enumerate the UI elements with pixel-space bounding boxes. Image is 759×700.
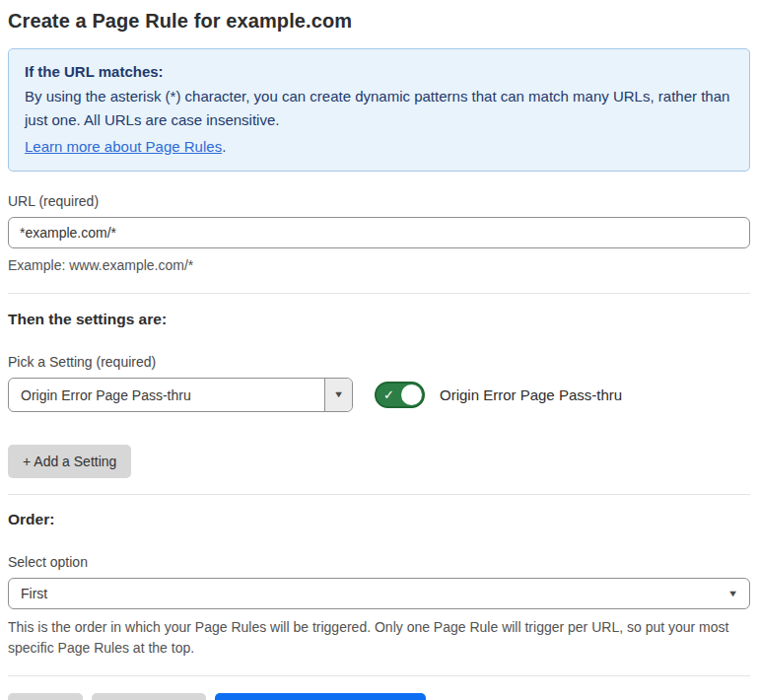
divider — [8, 494, 750, 495]
url-match-info-box: If the URL matches: By using the asteris… — [8, 48, 750, 172]
actions-row: Cancel Save as Draft Save and Deploy Pag… — [8, 693, 750, 700]
pick-setting-label: Pick a Setting (required) — [8, 354, 750, 370]
create-page-rule-form: Create a Page Rule for example.com If th… — [0, 0, 759, 700]
chevron-down-icon: ▼ — [727, 590, 738, 598]
order-select[interactable]: First ▼ — [8, 578, 750, 609]
toggle-knob — [401, 385, 422, 405]
setting-select-arrow-button[interactable]: ▼ — [324, 379, 352, 411]
divider — [8, 675, 750, 676]
check-icon: ✓ — [383, 388, 394, 401]
order-section-heading: Order: — [8, 511, 750, 528]
url-field-label: URL (required) — [8, 193, 750, 209]
order-select-label: Select option — [8, 554, 750, 570]
cancel-button[interactable]: Cancel — [8, 693, 83, 700]
save-draft-button[interactable]: Save as Draft — [92, 693, 207, 700]
url-input[interactable] — [8, 217, 750, 248]
save-deploy-button[interactable]: Save and Deploy Page Rule — [215, 693, 426, 700]
setting-select[interactable]: Origin Error Page Pass-thru ▼ — [8, 378, 353, 412]
setting-toggle-label: Origin Error Page Pass-thru — [440, 386, 622, 403]
order-helper-text: This is the order in which your Page Rul… — [8, 617, 747, 659]
settings-section-heading: Then the settings are: — [8, 311, 750, 328]
setting-enabled-toggle[interactable]: ✓ — [375, 382, 425, 408]
info-box-body: By using the asterisk (*) character, you… — [25, 85, 733, 131]
chevron-down-icon: ▼ — [333, 390, 344, 399]
add-setting-button[interactable]: + Add a Setting — [8, 445, 131, 478]
order-select-value: First — [9, 586, 59, 601]
setting-select-value: Origin Error Page Pass-thru — [9, 387, 203, 403]
info-box-heading: If the URL matches: — [25, 60, 733, 83]
learn-more-link[interactable]: Learn more about Page Rules — [25, 138, 222, 155]
link-suffix: . — [222, 138, 226, 155]
url-field: URL (required) Example: www.example.com/… — [8, 193, 750, 276]
info-link-line: Learn more about Page Rules. — [25, 135, 733, 158]
page-title: Create a Page Rule for example.com — [8, 10, 750, 33]
url-example-text: Example: www.example.com/* — [8, 255, 750, 276]
setting-row: Origin Error Page Pass-thru ▼ ✓ Origin E… — [8, 378, 750, 412]
divider — [8, 293, 750, 294]
